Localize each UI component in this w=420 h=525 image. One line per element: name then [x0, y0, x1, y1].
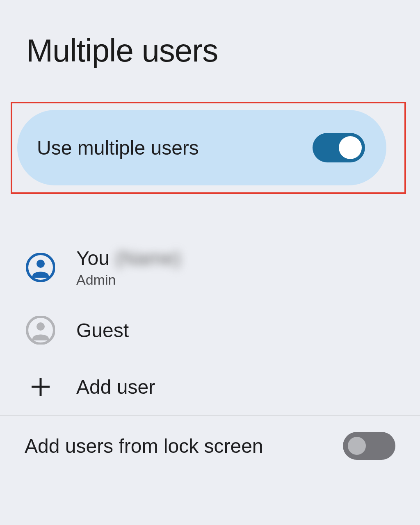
user-filled-icon [26, 253, 55, 282]
toggle-thumb [348, 437, 366, 455]
user-you-title: You (Name) [76, 247, 181, 269]
user-you-subtitle: Admin [76, 272, 181, 288]
add-from-lock-screen-toggle[interactable] [343, 432, 395, 460]
user-outline-icon [26, 316, 55, 345]
use-multiple-users-toggle[interactable] [313, 133, 365, 162]
toggle-thumb [339, 136, 362, 159]
add-from-lock-screen-label: Add users from lock screen [25, 435, 263, 457]
use-multiple-users-label: Use multiple users [37, 137, 199, 159]
page-title: Multiple users [0, 0, 420, 69]
add-user-row[interactable]: Add user [0, 358, 420, 415]
user-guest-title: Guest [76, 319, 129, 342]
users-section: You (Name) Admin Guest Add user [0, 233, 420, 476]
user-row-guest[interactable]: Guest [0, 302, 420, 358]
plus-icon [26, 372, 55, 401]
add-user-label: Add user [76, 376, 155, 398]
add-from-lock-screen-row[interactable]: Add users from lock screen [0, 415, 420, 476]
svg-point-1 [37, 260, 45, 268]
user-row-you[interactable]: You (Name) Admin [0, 233, 420, 302]
svg-point-3 [37, 322, 45, 331]
user-you-prefix: You [76, 247, 110, 269]
use-multiple-users-row[interactable]: Use multiple users [17, 110, 386, 185]
user-you-name-hidden: (Name) [115, 247, 181, 269]
